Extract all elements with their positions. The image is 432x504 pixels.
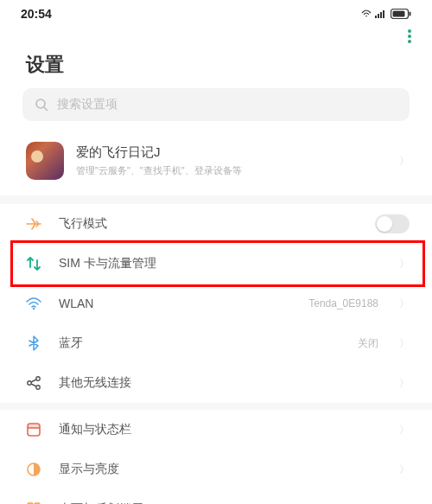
search-placeholder: 搜索设置项 xyxy=(57,97,118,112)
chevron-right-icon: 〉 xyxy=(399,257,410,271)
airplane-toggle[interactable] xyxy=(375,214,410,233)
more-options-icon[interactable] xyxy=(408,29,411,43)
svg-rect-3 xyxy=(383,10,384,18)
chevron-right-icon: 〉 xyxy=(399,463,410,477)
status-bar: 20:54 xyxy=(0,0,432,24)
bluetooth-icon xyxy=(24,334,43,353)
row-value: Tenda_0E9188 xyxy=(308,297,378,309)
chevron-right-icon: 〉 xyxy=(399,423,410,437)
row-value: 关闭 xyxy=(358,336,378,351)
wifi-small-icon xyxy=(361,10,372,18)
chevron-right-icon: 〉 xyxy=(399,154,410,169)
svg-point-12 xyxy=(36,386,40,389)
row-label: 通知与状态栏 xyxy=(59,422,384,437)
avatar xyxy=(26,142,64,180)
svg-rect-1 xyxy=(378,14,379,18)
profile-subtitle: 管理"云服务"、"查找手机"、登录设备等 xyxy=(76,164,387,177)
signal-icon xyxy=(375,10,387,18)
row-label: SIM 卡与流量管理 xyxy=(59,256,384,271)
svg-rect-0 xyxy=(375,16,377,18)
row-sim-card[interactable]: SIM 卡与流量管理 〉 xyxy=(0,244,432,284)
svg-line-14 xyxy=(31,384,36,386)
sim-data-icon xyxy=(24,254,43,273)
svg-rect-2 xyxy=(380,12,382,18)
chevron-right-icon: 〉 xyxy=(399,297,410,311)
row-display[interactable]: 显示与亮度 〉 xyxy=(0,450,432,489)
settings-list: 飞行模式 SIM 卡与流量管理 〉 WLAN Tenda_0E9188 〉 蓝牙… xyxy=(0,204,432,504)
row-label: 显示与亮度 xyxy=(59,462,384,477)
status-time: 20:54 xyxy=(21,7,52,21)
notification-bar-icon xyxy=(24,420,43,439)
row-wlan[interactable]: WLAN Tenda_0E9188 〉 xyxy=(0,284,432,323)
profile-name: 爱的飞行日记J xyxy=(76,144,387,161)
battery-icon xyxy=(391,9,411,19)
chevron-right-icon: 〉 xyxy=(399,336,410,351)
profile-row[interactable]: 爱的飞行日记J 管理"云服务"、"查找手机"、登录设备等 〉 xyxy=(0,133,432,195)
row-label: 其他无线连接 xyxy=(59,375,384,391)
svg-line-8 xyxy=(44,107,48,111)
svg-line-13 xyxy=(31,380,36,382)
search-icon xyxy=(35,98,48,112)
svg-rect-6 xyxy=(410,12,411,16)
svg-point-11 xyxy=(36,377,40,380)
airplane-icon xyxy=(24,214,43,233)
row-airplane-mode[interactable]: 飞行模式 xyxy=(0,204,432,244)
brightness-icon xyxy=(24,460,43,479)
row-label: WLAN xyxy=(59,297,293,310)
row-bluetooth[interactable]: 蓝牙 关闭 〉 xyxy=(0,323,432,363)
page-title: 设置 xyxy=(0,43,432,88)
chevron-right-icon: 〉 xyxy=(399,376,410,391)
grid-icon xyxy=(24,500,43,504)
row-label: 飞行模式 xyxy=(59,216,359,232)
status-icons xyxy=(361,9,411,19)
svg-point-9 xyxy=(33,308,35,309)
search-input[interactable]: 搜索设置项 xyxy=(22,88,410,121)
connection-icon xyxy=(24,373,43,392)
svg-point-10 xyxy=(28,381,31,385)
wifi-icon xyxy=(24,294,43,313)
row-desktop-lockscreen[interactable]: 桌面与乐划锁屏 〉 xyxy=(0,489,432,504)
row-other-wireless[interactable]: 其他无线连接 〉 xyxy=(0,363,432,403)
row-label: 蓝牙 xyxy=(59,335,342,351)
row-notifications[interactable]: 通知与状态栏 〉 xyxy=(0,410,432,450)
svg-rect-5 xyxy=(393,11,405,17)
